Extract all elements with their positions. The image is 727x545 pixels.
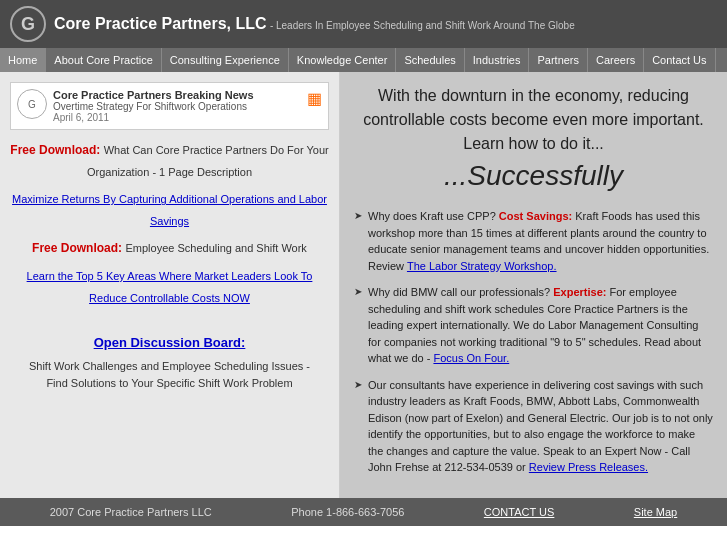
discussion-board-title[interactable]: Open Discussion Board:: [20, 335, 319, 350]
footer-phone: Phone 1-866-663-7056: [291, 506, 404, 518]
qa-item-3: Our consultants have experience in deliv…: [354, 377, 713, 476]
logo-letter: G: [21, 14, 35, 35]
left-panel: G Core Practice Partners Breaking News O…: [0, 72, 340, 498]
free-download-label-1: Free Download:: [10, 143, 100, 157]
breaking-news-content: Core Practice Partners Breaking News Ove…: [53, 89, 301, 123]
free-download-text-1: What Can Core Practice Partners Do For Y…: [87, 144, 329, 178]
qa-question-prefix-1: Why does Kraft use CPP?: [368, 210, 499, 222]
qa-highlight-1: Cost Savings:: [499, 210, 572, 222]
qa-item-2: Why did BMW call our professionals? Expe…: [354, 284, 713, 367]
qa-question-prefix-2: Why did BMW call our professionals?: [368, 286, 553, 298]
discussion-board: Open Discussion Board: Shift Work Challe…: [10, 325, 329, 401]
logo-icon: G: [10, 6, 46, 42]
maximize-link[interactable]: Maximize Returns By Capturing Additional…: [12, 193, 327, 227]
footer-copyright: 2007 Core Practice Partners LLC: [50, 506, 212, 518]
left-links: Free Download: What Can Core Practice Pa…: [10, 140, 329, 309]
qa-link-3[interactable]: Review Press Releases.: [529, 461, 648, 473]
nav-item-industries[interactable]: Industries: [465, 48, 530, 72]
qa-highlight-2: Expertise:: [553, 286, 606, 298]
hero-main-text: With the downturn in the economy, reduci…: [354, 84, 713, 156]
nav-item-contact[interactable]: Contact Us: [644, 48, 715, 72]
navigation: Home About Core Practice Consulting Expe…: [0, 48, 727, 72]
nav-item-schedules[interactable]: Schedules: [396, 48, 464, 72]
breaking-news-logo-icon: G: [17, 89, 47, 119]
header-logo: G Core Practice Partners, LLC - Leaders …: [10, 6, 575, 42]
nav-item-knowledge[interactable]: Knowledge Center: [289, 48, 397, 72]
breaking-news-title: Core Practice Partners Breaking News: [53, 89, 301, 101]
hero-success-text: ...Successfully: [354, 160, 713, 192]
nav-item-consulting[interactable]: Consulting Experience: [162, 48, 289, 72]
nav-item-partners[interactable]: Partners: [529, 48, 588, 72]
qa-item-1: Why does Kraft use CPP? Cost Savings: Kr…: [354, 208, 713, 274]
qa-section: Why does Kraft use CPP? Cost Savings: Kr…: [354, 208, 713, 476]
footer-contact-link[interactable]: CONTACT US: [484, 506, 555, 518]
free-download-text-2: Employee Scheduling and Shift Work: [125, 242, 306, 254]
site-tagline: - Leaders In Employee Scheduling and Shi…: [270, 20, 575, 31]
nav-item-about[interactable]: About Core Practice: [46, 48, 161, 72]
discussion-board-text: Shift Work Challenges and Employee Sched…: [20, 358, 319, 391]
qa-link-2[interactable]: Focus On Four.: [433, 352, 509, 364]
footer: 2007 Core Practice Partners LLC Phone 1-…: [0, 498, 727, 526]
qa-text-3: Our consultants have experience in deliv…: [368, 379, 713, 474]
free-download-label-2: Free Download:: [32, 241, 122, 255]
header: G Core Practice Partners, LLC - Leaders …: [0, 0, 727, 48]
free-download-1: Free Download: What Can Core Practice Pa…: [10, 140, 329, 183]
nav-item-careers[interactable]: Careers: [588, 48, 644, 72]
breaking-news-subtitle: Overtime Strategy For Shiftwork Operatio…: [53, 101, 301, 112]
rss-icon[interactable]: ▦: [307, 89, 322, 108]
nav-item-home[interactable]: Home: [0, 48, 46, 72]
hero-section: With the downturn in the economy, reduci…: [354, 84, 713, 192]
breaking-news-box: G Core Practice Partners Breaking News O…: [10, 82, 329, 130]
right-panel: With the downturn in the economy, reduci…: [340, 72, 727, 498]
footer-sitemap-link[interactable]: Site Map: [634, 506, 677, 518]
main-content: G Core Practice Partners Breaking News O…: [0, 72, 727, 498]
site-title: Core Practice Partners, LLC: [54, 15, 267, 32]
learn-link[interactable]: Learn the Top 5 Key Areas Where Market L…: [27, 270, 313, 304]
qa-link-1[interactable]: The Labor Strategy Workshop.: [407, 260, 557, 272]
breaking-news-date: April 6, 2011: [53, 112, 301, 123]
